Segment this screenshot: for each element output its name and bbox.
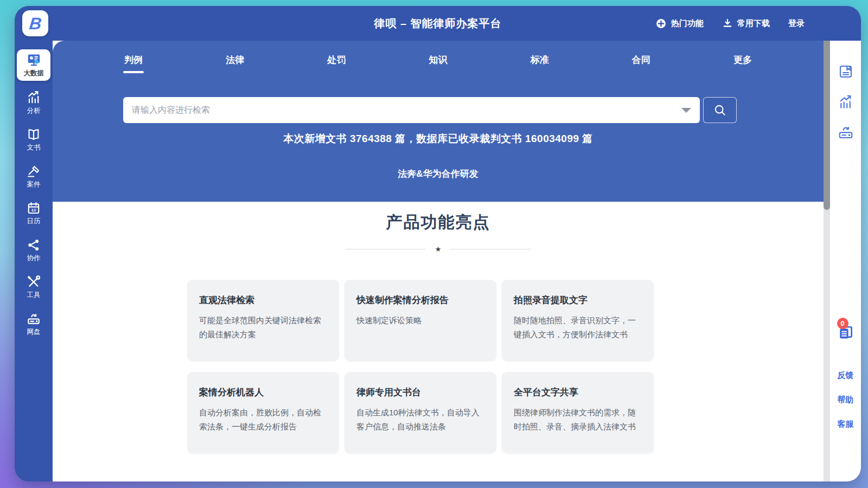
sidebar-item-label: 协作 <box>27 254 41 263</box>
trend-chart-icon <box>838 94 854 110</box>
active-tab-underline <box>123 71 144 73</box>
collaboration-icon <box>27 238 41 252</box>
notification-badge: 0 <box>837 318 848 329</box>
hot-features-button[interactable]: 热门功能 <box>655 18 704 29</box>
card-description: 快速制定诉讼策略 <box>356 313 484 328</box>
feature-card-analysis-report[interactable]: 快速制作案情分析报告 快速制定诉讼策略 <box>344 280 496 361</box>
sidebar-item-label: 网盘 <box>27 328 41 337</box>
tab-label: 合同 <box>632 55 650 65</box>
card-title: 律师专用文书台 <box>356 386 484 399</box>
documents-icon <box>27 127 41 142</box>
card-title: 拍照录音提取文字 <box>514 294 642 306</box>
sidebar-item-calendar[interactable]: 12 日历 <box>17 199 50 228</box>
card-description: 可能是全球范围内关键词法律检索的最佳解决方案 <box>199 313 327 342</box>
section-divider: ★ <box>53 246 824 253</box>
main-content: 判例 法律 处罚 知识 标准 合同 更多 <box>53 41 824 481</box>
drive-button[interactable] <box>838 124 854 140</box>
feedback-link[interactable]: 反馈 <box>838 370 854 381</box>
tab-penalty[interactable]: 处罚 <box>326 54 347 73</box>
scrollbar-thumb[interactable] <box>824 41 830 210</box>
divider-line <box>345 249 425 249</box>
card-title: 案情分析机器人 <box>199 386 327 399</box>
card-description: 自动分析案由，胜败比例，自动检索法条，一键生成分析报告 <box>199 406 327 434</box>
right-sidebar: 0 反馈 帮助 客服 <box>830 41 861 481</box>
card-title: 快速制作案情分析报告 <box>356 294 484 306</box>
tools-icon <box>27 275 41 289</box>
scrollbar-track[interactable] <box>824 41 830 481</box>
tab-label: 判例 <box>124 55 143 65</box>
calendar-icon: 12 <box>27 201 41 215</box>
card-title: 全平台文字共享 <box>514 386 642 399</box>
customer-service-link[interactable]: 客服 <box>838 419 854 429</box>
app-window: B 律呗 – 智能律师办案平台 热门功能 常用下载 登录 <box>15 6 861 481</box>
sidebar-item-cases[interactable]: 案件 <box>17 162 50 191</box>
tab-standards[interactable]: 标准 <box>529 54 550 73</box>
logo-b-glyph: B <box>28 15 42 32</box>
sidebar-item-label: 文书 <box>27 143 41 152</box>
topbar-links: 热门功能 常用下载 登录 <box>655 6 805 41</box>
database-stats-text: 本次新增文书 3764388 篇，数据库已收录裁判文书 160034099 篇 <box>53 132 824 146</box>
feature-card-case-robot[interactable]: 案情分析机器人 自动分析案由，胜败比例，自动检索法条，一键生成分析报告 <box>187 372 339 453</box>
sidebar-item-label: 日历 <box>27 217 41 226</box>
tab-more[interactable]: 更多 <box>732 54 753 73</box>
documents-stack-button[interactable]: 0 <box>837 324 854 341</box>
card-description: 自动生成10种法律文书，自动导入客户信息，自动推送法条 <box>356 406 484 434</box>
sidebar-item-label: 案件 <box>27 180 41 189</box>
search-icon <box>713 103 727 117</box>
features-section-title: 产品功能亮点 <box>53 211 824 234</box>
trend-chart-button[interactable] <box>838 94 854 110</box>
dropdown-caret-icon[interactable] <box>681 108 691 113</box>
notebook-button[interactable] <box>838 63 854 80</box>
tab-label: 处罚 <box>327 55 346 65</box>
divider-star-icon: ★ <box>435 246 442 253</box>
notebook-icon <box>838 63 854 80</box>
tab-label: 法律 <box>226 55 244 65</box>
sidebar-item-label: 工具 <box>27 291 41 300</box>
tab-label: 标准 <box>531 55 549 65</box>
hot-features-label: 热门功能 <box>671 18 704 29</box>
downloads-label: 常用下载 <box>737 18 770 29</box>
app-logo[interactable]: B <box>22 10 48 36</box>
left-sidebar: 大数据 分析 文书 <box>15 41 53 481</box>
cooperation-text: 法奔&华为合作研发 <box>53 168 824 180</box>
tab-label: 更多 <box>733 55 752 65</box>
feature-card-document-desk[interactable]: 律师专用文书台 自动生成10种法律文书，自动导入客户信息，自动推送法条 <box>344 372 496 453</box>
help-link[interactable]: 帮助 <box>838 395 854 405</box>
sidebar-item-label: 分析 <box>27 106 41 115</box>
tab-knowledge[interactable]: 知识 <box>427 54 448 73</box>
drive-icon <box>838 124 854 140</box>
sidebar-item-bigdata[interactable]: 大数据 <box>17 49 50 81</box>
feature-card-legal-search[interactable]: 直观法律检索 可能是全球范围内关键词法律检索的最佳解决方案 <box>187 280 339 361</box>
login-button[interactable]: 登录 <box>788 18 805 29</box>
analysis-icon <box>27 91 41 105</box>
sidebar-item-analysis[interactable]: 分析 <box>17 88 50 118</box>
tab-label: 知识 <box>429 55 447 65</box>
divider-line <box>451 249 531 249</box>
search-category-tabs: 判例 法律 处罚 知识 标准 合同 更多 <box>123 54 753 73</box>
sidebar-item-label: 大数据 <box>23 69 44 78</box>
tab-precedents[interactable]: 判例 <box>123 54 144 73</box>
card-title: 直观法律检索 <box>199 294 327 306</box>
feature-card-text-sharing[interactable]: 全平台文字共享 围绕律师制作法律文书的需求，随时拍照、录音、摘录插入法律文书 <box>502 372 654 453</box>
feature-card-ocr-audio[interactable]: 拍照录音提取文字 随时随地拍照、录音识别文字，一键插入文书，方便制作法律文书 <box>502 280 654 361</box>
feature-cards-grid: 直观法律检索 可能是全球范围内关键词法律检索的最佳解决方案 快速制作案情分析报告… <box>187 280 654 453</box>
tab-contracts[interactable]: 合同 <box>631 54 652 73</box>
sidebar-item-netdisk[interactable]: 网盘 <box>17 310 50 339</box>
svg-text:12: 12 <box>31 208 36 213</box>
sidebar-item-documents[interactable]: 文书 <box>17 125 50 155</box>
search-button[interactable] <box>703 97 737 123</box>
sidebar-item-tools[interactable]: 工具 <box>17 273 50 302</box>
downloads-button[interactable]: 常用下载 <box>722 18 770 29</box>
topbar: B 律呗 – 智能律师办案平台 热门功能 常用下载 登录 <box>15 6 861 41</box>
search-input[interactable] <box>123 97 700 123</box>
download-icon <box>722 18 733 29</box>
tab-law[interactable]: 法律 <box>225 54 245 73</box>
card-description: 随时随地拍照、录音识别文字，一键插入文书，方便制作法律文书 <box>514 313 642 342</box>
hero-search-panel: 判例 法律 处罚 知识 标准 合同 更多 <box>53 41 824 202</box>
bigdata-icon <box>27 53 41 67</box>
netdisk-icon <box>27 312 41 326</box>
plus-circle-icon <box>655 18 667 29</box>
cases-icon <box>27 164 41 178</box>
sidebar-item-collaboration[interactable]: 协作 <box>17 236 50 265</box>
card-description: 围绕律师制作法律文书的需求，随时拍照、录音、摘录插入法律文书 <box>514 406 642 434</box>
